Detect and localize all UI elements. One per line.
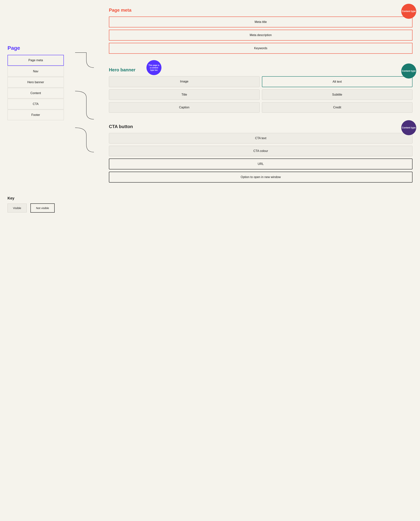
full-layout: Page Page meta Nav Hero banner Content C… bbox=[8, 8, 412, 213]
open-new-window-field[interactable]: Option to open in new window bbox=[109, 172, 412, 182]
cta-button-section: Content type CTA button CTA text CTA col… bbox=[109, 124, 412, 185]
hero-subtitle-field[interactable]: Subtitle bbox=[262, 89, 413, 100]
page-meta-section: Content type Page meta Meta title Meta d… bbox=[109, 8, 412, 56]
cta-content-type-badge: Content type bbox=[401, 120, 416, 135]
page-item-hero[interactable]: Hero banner bbox=[8, 77, 64, 88]
page-items-list: Page meta Nav Hero banner Content CTA Fo… bbox=[8, 55, 64, 120]
key-items: Visible Not visible bbox=[8, 204, 412, 213]
hero-title-field[interactable]: Title bbox=[109, 89, 260, 100]
page-item-cta[interactable]: CTA bbox=[8, 99, 64, 109]
key-visible: Visible bbox=[8, 204, 27, 212]
key-not-visible: Not visible bbox=[30, 204, 55, 213]
keywords-field[interactable]: Keywords bbox=[109, 43, 412, 54]
key-title: Key bbox=[8, 196, 412, 200]
page-item-nav[interactable]: Nav bbox=[8, 66, 64, 77]
page-item-footer[interactable]: Footer bbox=[8, 110, 64, 120]
cta-text-field[interactable]: CTA text bbox=[109, 133, 412, 143]
page-item-meta[interactable]: Page meta bbox=[8, 55, 64, 66]
hero-banner-fields: Image Alt text Title Subtitle Caption bbox=[109, 76, 412, 113]
hero-banner-content-type-badge: Content type bbox=[401, 63, 416, 78]
hero-credit-field[interactable]: Credit bbox=[262, 102, 413, 113]
connectors-area: This page is a content type too bbox=[75, 45, 98, 177]
page-meta-title: Page meta bbox=[109, 8, 412, 13]
key-section: Key Visible Not visible bbox=[8, 196, 412, 213]
main-container: Page Page meta Nav Hero banner Content C… bbox=[8, 8, 412, 185]
hero-image-field[interactable]: Image bbox=[109, 76, 260, 87]
cta-button-fields: CTA text CTA colour URL Option to open i… bbox=[109, 133, 412, 182]
left-column: Page Page meta Nav Hero banner Content C… bbox=[8, 45, 64, 121]
cta-colour-field[interactable]: CTA colour bbox=[109, 146, 412, 156]
hero-alt-text-field[interactable]: Alt text bbox=[262, 76, 413, 87]
connector-svg bbox=[75, 45, 98, 177]
right-column: Content type Page meta Meta title Meta d… bbox=[109, 8, 412, 185]
page-meta-content-type-badge: Content type bbox=[401, 4, 416, 19]
page-meta-fields: Meta title Meta description Keywords bbox=[109, 16, 412, 54]
hero-caption-field[interactable]: Caption bbox=[109, 102, 260, 113]
page-title: Page bbox=[8, 45, 64, 51]
cta-button-title: CTA button bbox=[109, 124, 412, 129]
meta-title-field[interactable]: Meta title bbox=[109, 16, 412, 27]
url-field[interactable]: URL bbox=[109, 159, 412, 169]
page-content-type-badge: This page is a content type too bbox=[146, 60, 161, 75]
page-item-content[interactable]: Content bbox=[8, 88, 64, 98]
meta-description-field[interactable]: Meta description bbox=[109, 30, 412, 41]
